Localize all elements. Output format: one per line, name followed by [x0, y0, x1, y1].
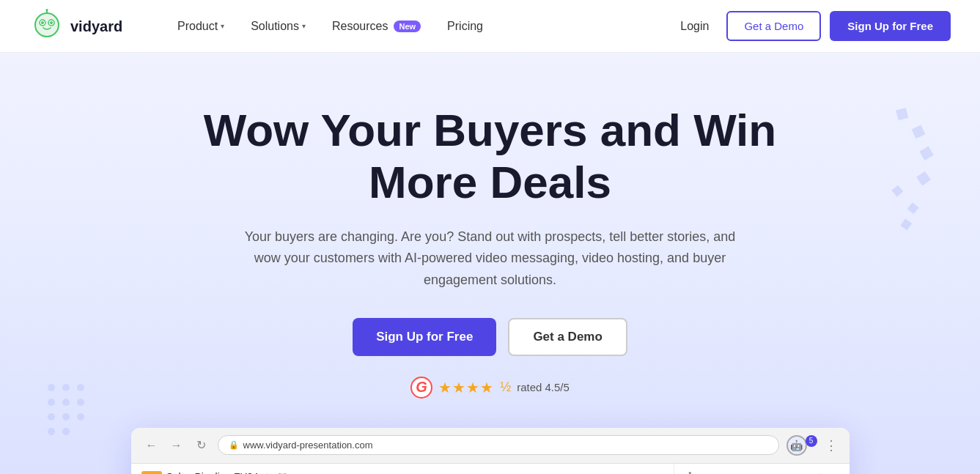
logo[interactable]: vidyard	[29, 9, 136, 44]
svg-point-16	[62, 384, 70, 391]
svg-point-15	[48, 384, 55, 391]
svg-marker-8	[892, 104, 912, 124]
hero-headline: Wow Your Buyers and Win More Deals	[161, 104, 820, 209]
hero-subtext: Your buyers are changing. Are you? Stand…	[234, 226, 747, 292]
svg-point-25	[62, 428, 70, 435]
nav-right: Login Get a Demo Sign Up for Free	[671, 11, 951, 41]
cloud-icon: ☁	[292, 471, 302, 474]
svg-marker-13	[907, 202, 919, 215]
nav-links: Product ▾ Solutions ▾ Resources New Pric…	[166, 14, 671, 39]
nav-item-resources[interactable]: Resources New	[320, 14, 432, 39]
nav-item-solutions[interactable]: Solutions ▾	[239, 14, 317, 39]
star-outline-icon: ☆	[263, 471, 272, 474]
browser-url-bar[interactable]: 🔒 www.vidyard-presentation.com	[218, 435, 779, 455]
nav-item-product[interactable]: Product ▾	[166, 14, 236, 39]
svg-point-20	[77, 399, 84, 406]
svg-point-0	[35, 13, 59, 37]
get-demo-button-nav[interactable]: Get a Demo	[726, 11, 821, 41]
svg-marker-11	[915, 170, 932, 187]
new-badge: New	[394, 21, 421, 32]
svg-point-18	[48, 399, 55, 406]
chevron-down-icon: ▾	[221, 22, 224, 30]
signup-button-hero[interactable]: Sign Up for Free	[353, 318, 496, 356]
svg-point-19	[62, 399, 70, 406]
deco-arrows-right	[855, 97, 943, 243]
browser-content: 📄 Sales Pipeline FY24 ☆ 📁 ☁ File Edit Vi…	[131, 464, 850, 474]
hero-section: Wow Your Buyers and Win More Deals Your …	[0, 53, 980, 474]
svg-point-4	[50, 21, 53, 24]
navbar: vidyard Product ▾ Solutions ▾ Resources …	[0, 0, 980, 53]
svg-point-23	[77, 413, 84, 421]
g2-logo: G	[410, 377, 432, 399]
browser-refresh-button[interactable]: ↻	[193, 437, 210, 454]
slides-area: 📄 Sales Pipeline FY24 ☆ 📁 ☁ File Edit Vi…	[131, 464, 674, 474]
signup-button-nav[interactable]: Sign Up for Free	[830, 11, 951, 41]
slides-file-icon: 📄	[141, 471, 162, 474]
svg-marker-10	[918, 144, 935, 162]
rating-text: rated 4.5/5	[517, 381, 570, 393]
vidyard-wordmark: vidyard	[70, 18, 136, 35]
get-demo-button-hero[interactable]: Get a Demo	[508, 318, 627, 356]
svg-point-22	[62, 413, 70, 421]
svg-point-24	[48, 428, 55, 435]
browser-forward-button[interactable]: →	[168, 437, 185, 454]
deco-dots	[44, 380, 117, 439]
browser-toolbar: ← → ↻ 🔒 www.vidyard-presentation.com 🤖 5…	[131, 428, 850, 464]
ext-badge: 5	[806, 435, 817, 447]
vidyard-panel-header: 🤖 vidyard 📹 🖥 🔔 ⚙	[682, 471, 842, 474]
browser-extensions: 🤖 5 ⋮	[786, 435, 838, 456]
nav-item-pricing[interactable]: Pricing	[435, 14, 495, 39]
vidyard-panel: 🤖 vidyard 📹 🖥 🔔 ⚙ 🖥 💬 👤	[674, 464, 850, 474]
svg-marker-9	[909, 122, 928, 141]
svg-marker-14	[899, 218, 913, 232]
browser-mockup: ← → ↻ 🔒 www.vidyard-presentation.com 🤖 5…	[131, 428, 850, 474]
star-icons: ★★★★	[438, 379, 494, 396]
vidyard-panel-logo: 🤖 vidyard	[682, 471, 736, 474]
slides-toolbar: 📄 Sales Pipeline FY24 ☆ 📁 ☁ File Edit Vi…	[141, 471, 663, 474]
half-star-icon: ½	[500, 379, 511, 395]
login-button[interactable]: Login	[671, 14, 718, 39]
browser-ext-avatar: 🤖	[786, 435, 807, 456]
browser-more-icon[interactable]: ⋮	[825, 437, 838, 453]
hero-buttons: Sign Up for Free Get a Demo	[353, 318, 627, 356]
lock-icon: 🔒	[229, 440, 239, 450]
rating-row: G ★★★★ ½ rated 4.5/5	[410, 377, 570, 399]
svg-marker-12	[891, 185, 904, 197]
url-text: www.vidyard-presentation.com	[243, 440, 373, 451]
doc-title: Sales Pipeline FY24	[166, 471, 259, 474]
svg-point-3	[41, 21, 44, 24]
folder-icon: 📁	[276, 471, 288, 474]
svg-point-6	[46, 9, 48, 11]
browser-back-button[interactable]: ←	[143, 437, 161, 454]
svg-text:vidyard: vidyard	[70, 18, 122, 34]
chevron-down-icon: ▾	[302, 22, 306, 30]
svg-point-17	[77, 384, 84, 391]
vidyard-logo-icon	[29, 9, 65, 44]
svg-point-21	[48, 413, 55, 421]
